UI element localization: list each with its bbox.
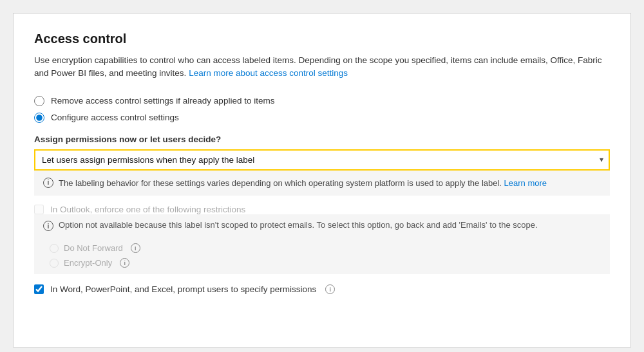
permissions-dropdown-wrapper: Assign permissions now (static) Let user… bbox=[34, 149, 610, 171]
outlook-checkbox-item[interactable]: In Outlook, enforce one of the following… bbox=[34, 205, 610, 214]
configure-access-radio-item[interactable]: Configure access control settings bbox=[34, 113, 610, 123]
labeling-behavior-info: i The labeling behavior for these settin… bbox=[34, 171, 610, 196]
encrypt-only-item[interactable]: Encrypt-Only i bbox=[50, 258, 610, 268]
remove-access-radio-item[interactable]: Remove access control settings if alread… bbox=[34, 96, 610, 106]
option-unavailable-info: i Option not available because this labe… bbox=[34, 214, 610, 237]
outlook-checkbox-label: In Outlook, enforce one of the following… bbox=[50, 205, 245, 214]
info-learn-more-link[interactable]: Learn more bbox=[504, 178, 547, 188]
word-checkbox-label: In Word, PowerPoint, and Excel, prompt u… bbox=[50, 284, 316, 294]
page-title: Access control bbox=[34, 32, 610, 46]
option-unavailable-text: Option not available because this label … bbox=[59, 220, 538, 230]
permissions-dropdown[interactable]: Assign permissions now (static) Let user… bbox=[34, 149, 610, 171]
outlook-section: In Outlook, enforce one of the following… bbox=[34, 205, 610, 214]
info-icon: i bbox=[43, 178, 53, 188]
info-note-text: The labeling behavior for these settings… bbox=[59, 178, 502, 188]
remove-access-radio[interactable] bbox=[34, 96, 44, 106]
word-checkbox[interactable] bbox=[34, 284, 44, 294]
encrypt-only-label: Encrypt-Only bbox=[64, 258, 112, 268]
remove-access-label: Remove access control settings if alread… bbox=[51, 96, 274, 106]
description-text: Use encryption capabilities to control w… bbox=[34, 54, 610, 80]
access-control-panel: Access control Use encryption capabiliti… bbox=[13, 13, 631, 347]
word-checkbox-section: In Word, PowerPoint, and Excel, prompt u… bbox=[34, 284, 610, 294]
learn-more-link[interactable]: Learn more about access control settings bbox=[189, 68, 348, 78]
do-not-forward-tooltip-icon: i bbox=[131, 243, 140, 253]
word-tooltip-icon: i bbox=[325, 284, 335, 294]
access-control-radio-group: Remove access control settings if alread… bbox=[34, 96, 610, 123]
do-not-forward-item[interactable]: Do Not Forward i bbox=[50, 243, 610, 253]
outlook-checkbox[interactable] bbox=[34, 205, 44, 214]
outlook-sub-radio-group: Do Not Forward i Encrypt-Only i bbox=[34, 237, 610, 274]
encrypt-only-radio[interactable] bbox=[50, 259, 59, 268]
option-unavailable-icon: i bbox=[43, 221, 53, 231]
assign-permissions-label: Assign permissions now or let users deci… bbox=[34, 134, 610, 144]
configure-access-label: Configure access control settings bbox=[51, 113, 179, 122]
do-not-forward-label: Do Not Forward bbox=[64, 243, 123, 253]
configure-access-radio[interactable] bbox=[34, 113, 44, 123]
do-not-forward-radio[interactable] bbox=[50, 244, 59, 253]
encrypt-only-tooltip-icon: i bbox=[120, 258, 129, 268]
